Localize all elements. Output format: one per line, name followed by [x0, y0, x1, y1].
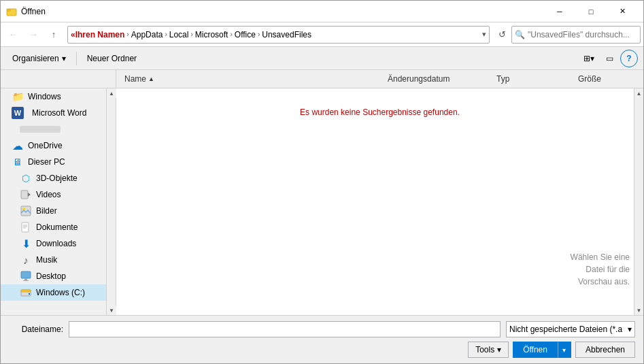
back-button[interactable]: ← [3, 26, 22, 44]
file-scrollbar[interactable]: ▲ ▼ [634, 88, 643, 315]
filename-input[interactable] [69, 321, 501, 337]
svg-rect-14 [21, 290, 31, 292]
svg-rect-11 [24, 278, 27, 280]
sidebar-scrollbar[interactable]: ▲ ▼ [106, 88, 116, 315]
toolbar: Organisieren ▾ Neuer Ordner ⊞▾ ▭ ? [1, 47, 643, 70]
nav-bar: ← → ↑ «Ihren Namen › AppData › Local › M… [1, 22, 643, 47]
sidebar-item-microsoft-word[interactable]: W Microsoft Word [1, 105, 106, 121]
search-icon: 🔍 [515, 30, 525, 39]
bilder-icon [20, 205, 32, 217]
minimize-button[interactable]: ─ [544, 1, 575, 22]
sidebar-item-3d-objekte[interactable]: ⬡ 3D-Objekte [1, 170, 106, 186]
sidebar: 📁 Windows W Microsoft Word ☁ OneDrive 🖥 [1, 88, 106, 315]
buttons-row: Tools ▾ Öffnen ▾ Abbrechen [9, 342, 635, 358]
svg-rect-4 [21, 206, 31, 216]
open-dialog: Öffnen ─ □ ✕ ← → ↑ «Ihren Namen › AppDat… [0, 0, 644, 364]
scroll-up-arrow[interactable]: ▲ [107, 88, 116, 98]
file-scroll-up[interactable]: ▲ [634, 88, 644, 98]
filetype-dropdown-arrow: ▾ [628, 325, 632, 334]
sort-arrow: ▲ [148, 76, 154, 82]
sidebar-item-onedrive[interactable]: ☁ OneDrive [1, 137, 106, 154]
sidebar-item-bilder[interactable]: Bilder [1, 203, 106, 219]
sidebar-item-dokumente[interactable]: Dokumente [1, 219, 106, 235]
filetype-dropdown[interactable]: Nicht gespeicherte Dateien (*.a ▾ [506, 321, 635, 337]
filename-row: Dateiname: Nicht gespeicherte Dateien (*… [9, 321, 635, 337]
onedrive-icon: ☁ [12, 139, 24, 152]
dokumente-icon [20, 221, 32, 233]
svg-marker-3 [28, 193, 31, 197]
sidebar-item-windows-c[interactable]: Windows (C:) [1, 284, 106, 301]
svg-rect-10 [21, 271, 31, 278]
bottom-bar: Dateiname: Nicht gespeicherte Dateien (*… [1, 315, 643, 363]
sidebar-item-musik[interactable]: ♪ Musik [1, 252, 106, 268]
col-header-name[interactable]: Name ▲ [119, 74, 382, 84]
toolbar-right: ⊞▾ ▭ ? [579, 50, 638, 67]
cancel-button[interactable]: Abbrechen [575, 342, 635, 358]
tools-arrow-icon: ▾ [497, 345, 501, 354]
scroll-down-arrow[interactable]: ▼ [107, 305, 116, 315]
svg-rect-6 [22, 222, 29, 232]
window-controls: ─ □ ✕ [544, 1, 638, 22]
svg-rect-12 [23, 280, 29, 281]
col-header-date[interactable]: Änderungsdatum [382, 74, 491, 84]
title-bar: Öffnen ─ □ ✕ [1, 1, 643, 22]
sidebar-item-windows[interactable]: 📁 Windows [1, 88, 106, 105]
addr-office: Office [235, 30, 256, 39]
col-header-type[interactable]: Typ [491, 74, 573, 84]
sidebar-item-downloads[interactable]: ⬇ Downloads [1, 235, 106, 252]
forward-button[interactable]: → [24, 26, 43, 44]
open-button-group: Öffnen ▾ [513, 342, 571, 358]
downloads-icon: ⬇ [20, 237, 32, 250]
sidebar-item-blurred [1, 121, 106, 137]
dialog-title: Öffnen [21, 7, 544, 16]
musik-icon: ♪ [20, 254, 32, 266]
dialog-icon [6, 6, 17, 17]
main-content: 📁 Windows W Microsoft Word ☁ OneDrive 🖥 [1, 88, 643, 315]
sidebar-wrapper: 📁 Windows W Microsoft Word ☁ OneDrive 🖥 [1, 88, 116, 315]
file-area-inner: Es wurden keine Suchergebnisse gefunden. [116, 88, 643, 315]
pc-icon: 🖥 [12, 156, 24, 168]
open-button[interactable]: Öffnen [513, 342, 558, 358]
svg-rect-1 [7, 9, 11, 12]
preview-hint: Wählen Sie eine Datei für die Vorschau a… [571, 251, 630, 288]
address-dropdown-button[interactable]: ▾ [482, 30, 486, 39]
sidebar-item-videos[interactable]: Videos [1, 186, 106, 203]
new-folder-button[interactable]: Neuer Ordner [81, 50, 143, 67]
desktop-icon [20, 270, 32, 282]
folder-icon: 📁 [12, 90, 24, 103]
videos-icon [20, 188, 32, 201]
svg-point-15 [29, 293, 30, 295]
file-area: Es wurden keine Suchergebnisse gefunden.… [116, 88, 643, 315]
filename-label: Dateiname: [9, 325, 63, 334]
up-button[interactable]: ↑ [44, 26, 63, 44]
file-scroll-down[interactable]: ▼ [634, 305, 644, 315]
col-header-size[interactable]: Größe [573, 74, 641, 84]
organize-button[interactable]: Organisieren ▾ [6, 50, 72, 67]
search-input[interactable] [528, 30, 637, 39]
3d-icon: ⬡ [20, 172, 32, 184]
address-parts: «Ihren Namen › AppData › Local › Microso… [71, 30, 479, 39]
open-dropdown-arrow[interactable]: ▾ [558, 342, 571, 358]
addr-ihren-namen: «Ihren Namen [71, 30, 124, 39]
preview-pane-button[interactable]: ▭ [600, 50, 619, 67]
toolbar-separator [76, 52, 77, 65]
sidebar-item-dieser-pc[interactable]: 🖥 Dieser PC [1, 154, 106, 170]
tools-button[interactable]: Tools ▾ [468, 342, 509, 358]
word-icon: W [12, 107, 24, 119]
close-button[interactable]: ✕ [607, 1, 638, 22]
scroll-track[interactable] [107, 98, 116, 305]
column-headers: Name ▲ Änderungsdatum Typ Größe [1, 70, 643, 88]
address-bar[interactable]: «Ihren Namen › AppData › Local › Microso… [67, 26, 490, 44]
maximize-button[interactable]: □ [575, 1, 607, 22]
help-button[interactable]: ? [620, 50, 638, 67]
drive-icon [20, 286, 32, 299]
file-scroll-track[interactable] [634, 98, 643, 305]
search-bar: 🔍 [511, 26, 641, 44]
view-options-button[interactable]: ⊞▾ [579, 50, 598, 67]
refresh-button[interactable]: ↺ [494, 27, 510, 43]
sidebar-item-desktop[interactable]: Desktop [1, 268, 106, 284]
empty-message: Es wurden keine Suchergebnisse gefunden. [122, 107, 638, 117]
svg-rect-2 [21, 191, 28, 199]
